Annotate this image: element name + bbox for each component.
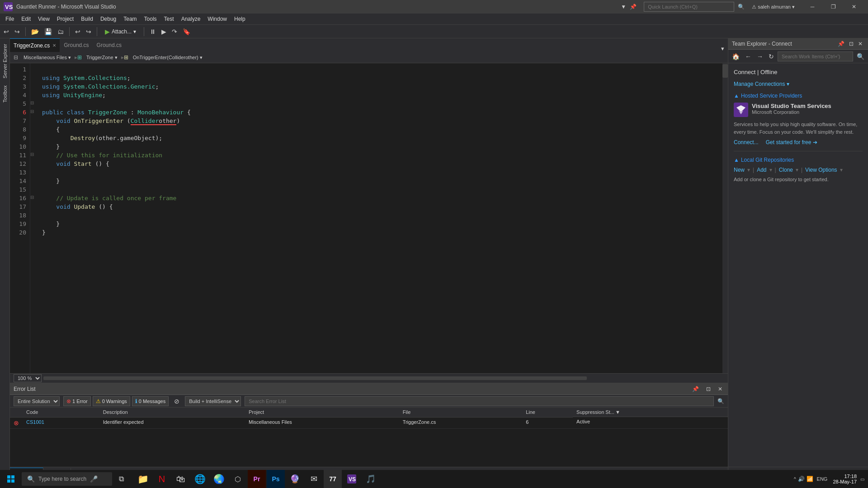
menu-item-view[interactable]: View bbox=[34, 15, 53, 23]
clone-git-link[interactable]: Clone bbox=[779, 167, 793, 173]
error-search-input[interactable] bbox=[245, 396, 714, 406]
hosted-section-header[interactable]: ▲ Hosted Service Providers bbox=[734, 93, 863, 99]
right-panel-search[interactable] bbox=[778, 52, 853, 61]
rp-reload-btn[interactable]: ↻ bbox=[767, 52, 776, 61]
local-git-header[interactable]: ▲ Local Git Repositories bbox=[734, 157, 863, 163]
toolbar-breakpoint-btn[interactable]: ⏸ bbox=[148, 27, 158, 36]
taskbar-app-unity[interactable]: ⬡ bbox=[229, 470, 247, 488]
code-vscrollbar[interactable] bbox=[722, 63, 728, 373]
col-file[interactable]: File bbox=[399, 408, 523, 417]
rp-search-btn[interactable]: 🔍 bbox=[855, 52, 866, 61]
path-method[interactable]: OnTriggerEnter(Colliderother) ▾ bbox=[129, 54, 206, 61]
tab-ground2[interactable]: Ground.cs bbox=[93, 38, 126, 52]
taskbar-app-premiere[interactable]: Pr bbox=[248, 470, 266, 488]
error-count-button[interactable]: ⊗ 1 Error bbox=[63, 396, 91, 406]
rp-forward-btn[interactable]: → bbox=[755, 52, 765, 61]
taskbar-app-vs[interactable]: VS bbox=[343, 470, 361, 488]
error-panel-undock-btn[interactable]: ⊡ bbox=[704, 386, 712, 392]
collapse-start[interactable]: ⊟ bbox=[30, 152, 34, 157]
taskbar-app-photoshop[interactable]: Ps bbox=[267, 470, 285, 488]
toolbar-undo-btn[interactable]: ↩ bbox=[73, 27, 82, 36]
menu-item-project[interactable]: Project bbox=[53, 15, 77, 23]
col-project[interactable]: Project bbox=[245, 408, 399, 417]
tray-network[interactable]: 📶 bbox=[807, 476, 813, 482]
new-git-link[interactable]: New bbox=[734, 167, 745, 173]
col-code[interactable]: Code bbox=[23, 408, 99, 417]
view-options-link[interactable]: View Options bbox=[805, 167, 837, 173]
message-count-button[interactable]: ℹ 0 Messages bbox=[132, 396, 169, 406]
error-panel-pin-btn[interactable]: 📌 bbox=[690, 386, 701, 392]
col-description[interactable]: Description bbox=[99, 408, 245, 417]
add-git-link[interactable]: Add bbox=[757, 167, 766, 173]
error-panel-close-btn[interactable]: ✕ bbox=[716, 386, 724, 392]
toolbar-bookmark-btn[interactable]: 🔖 bbox=[181, 27, 192, 36]
warning-count-button[interactable]: ⚠ 0 Warnings bbox=[93, 396, 130, 406]
taskbar-taskview[interactable]: ⧉ bbox=[112, 470, 130, 488]
taskbar-search[interactable]: 🔍 Type here to search 🎤 bbox=[22, 472, 112, 486]
sidebar-toolbox[interactable]: Toolbox bbox=[0, 82, 9, 106]
menu-item-debug[interactable]: Debug bbox=[97, 15, 120, 23]
taskbar-app-music[interactable]: 🎵 bbox=[362, 470, 380, 488]
menu-item-help[interactable]: Help bbox=[231, 15, 249, 23]
clock[interactable]: 17:18 28-May-17 bbox=[833, 474, 857, 484]
restore-button[interactable]: ❐ bbox=[823, 0, 844, 14]
menu-item-tools[interactable]: Tools bbox=[141, 15, 160, 23]
menu-item-test[interactable]: Test bbox=[160, 15, 178, 23]
collapse-class[interactable]: ⊟ bbox=[30, 100, 34, 105]
sidebar-server-explorer[interactable]: Server Explorer bbox=[0, 40, 9, 82]
right-panel-close-btn[interactable]: ✕ bbox=[856, 41, 864, 47]
collapse-update[interactable]: ⊟ bbox=[30, 195, 34, 200]
connect-link[interactable]: Connect... bbox=[734, 139, 759, 145]
taskbar-app-3d[interactable]: 🔮 bbox=[286, 470, 304, 488]
taskbar-app-store[interactable]: 🛍 bbox=[172, 470, 190, 488]
taskbar-app-console[interactable]: 77 bbox=[324, 470, 342, 488]
toolbar-redo-btn[interactable]: ↪ bbox=[84, 27, 93, 36]
get-started-link[interactable]: Get started for free ➔ bbox=[766, 139, 818, 145]
minimize-button[interactable]: ─ bbox=[802, 0, 823, 14]
launch-search-input[interactable] bbox=[644, 2, 734, 12]
tray-chevron[interactable]: ^ bbox=[794, 477, 796, 482]
col-line[interactable]: Line bbox=[522, 408, 573, 417]
col-suppression[interactable]: Suppression St... ▼ bbox=[573, 408, 728, 417]
menu-item-build[interactable]: Build bbox=[77, 15, 97, 23]
right-panel-undock-btn[interactable]: ⊡ bbox=[847, 41, 855, 47]
toolbar-step-btn[interactable]: ▶ bbox=[160, 27, 168, 36]
toolbar-forward-btn[interactable]: ↪ bbox=[13, 27, 22, 36]
menu-item-analyze[interactable]: Analyze bbox=[178, 15, 204, 23]
start-button[interactable] bbox=[0, 470, 22, 488]
taskbar-app-netflix[interactable]: N bbox=[153, 470, 171, 488]
menu-item-window[interactable]: Window bbox=[204, 15, 231, 23]
toolbar-save-btn[interactable]: 💾 bbox=[42, 27, 54, 36]
attach-button[interactable]: ▶ Attach... ▾ bbox=[101, 27, 140, 37]
clear-btn[interactable]: ⊘ bbox=[172, 397, 181, 406]
collapse-method-on[interactable]: ⊟ bbox=[30, 109, 34, 114]
taskbar-app-edge[interactable]: 🌐 bbox=[191, 470, 209, 488]
taskbar-app-chrome[interactable]: 🌏 bbox=[210, 470, 228, 488]
tray-volume[interactable]: 🔊 bbox=[798, 476, 805, 482]
tab-ground1[interactable]: Ground.cs bbox=[60, 38, 93, 52]
toolbar-stepover-btn[interactable]: ↷ bbox=[170, 27, 179, 36]
menu-item-file[interactable]: File bbox=[2, 15, 18, 23]
show-desktop-btn[interactable]: ▭ bbox=[860, 477, 864, 482]
build-select[interactable]: Build + IntelliSense bbox=[185, 396, 241, 406]
tab-dropdown-btn[interactable]: ▾ bbox=[717, 45, 728, 52]
zoom-select[interactable]: 100 % 75 % 125 % bbox=[14, 374, 42, 382]
path-class[interactable]: TriggerZone ▾ bbox=[83, 54, 121, 61]
rp-home-btn[interactable]: 🏠 bbox=[730, 52, 741, 61]
menu-item-edit[interactable]: Edit bbox=[18, 15, 34, 23]
code-editor[interactable]: using System.Collections; using System.C… bbox=[38, 63, 716, 373]
tab-triggerzone-close[interactable]: ✕ bbox=[52, 43, 56, 48]
path-misc-files[interactable]: Miscellaneous Files ▾ bbox=[20, 54, 75, 61]
toolbar-open-btn[interactable]: 📂 bbox=[29, 27, 41, 36]
error-code-link[interactable]: CS1001 bbox=[26, 419, 44, 425]
toolbar-back-btn[interactable]: ↩ bbox=[2, 27, 11, 36]
menu-item-team[interactable]: Team bbox=[120, 15, 140, 23]
taskbar-app-mail[interactable]: ✉ bbox=[305, 470, 323, 488]
taskbar-app-file-explorer[interactable]: 📁 bbox=[134, 470, 152, 488]
tab-triggerzone[interactable]: TriggerZone.cs ✕ bbox=[10, 38, 60, 52]
toolbar-saveall-btn[interactable]: 🗂 bbox=[56, 27, 66, 36]
manage-connections-link[interactable]: Manage Connections ▾ bbox=[734, 81, 863, 87]
code-hscrollbar[interactable] bbox=[43, 376, 722, 380]
rp-back-btn[interactable]: ← bbox=[743, 52, 753, 61]
scope-select[interactable]: Entire Solution bbox=[14, 396, 60, 406]
